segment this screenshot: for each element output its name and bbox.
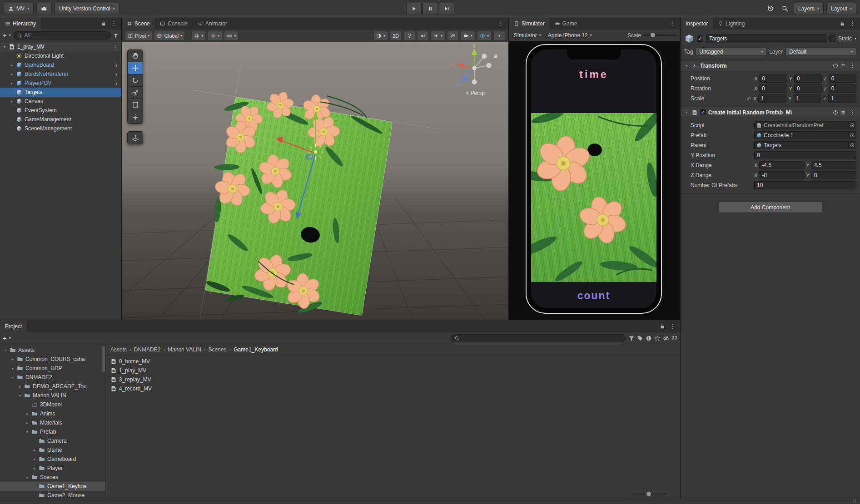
tree-scrollbar[interactable] xyxy=(102,346,105,372)
expander-icon[interactable]: ▾ xyxy=(3,348,8,352)
expander-icon[interactable]: ▸ xyxy=(25,412,30,416)
folder-row[interactable]: ▾ Assets xyxy=(0,346,105,355)
simulator-mode-dropdown[interactable]: Simulator▾ xyxy=(512,32,543,39)
hierarchy-row[interactable]: GameManagement xyxy=(0,115,121,124)
grid-visibility-button[interactable]: ▾ xyxy=(191,31,206,40)
folder-row[interactable]: Game2_Mouse xyxy=(0,491,105,498)
script-object-field[interactable]: CreateInitialRandomPref xyxy=(754,121,856,129)
scene-visibility-toggle[interactable] xyxy=(447,31,459,40)
folder-row[interactable]: ▾ DNMADE2 xyxy=(0,373,105,382)
scene-viewport[interactable]: y x z < Persp xyxy=(122,42,508,320)
z-range-min-field[interactable]: -8 xyxy=(759,171,804,179)
play-button[interactable] xyxy=(406,3,422,14)
active-checkbox[interactable]: ✓ xyxy=(697,35,703,42)
folder-row[interactable]: ▾ Prefab xyxy=(0,427,105,436)
expander-icon[interactable]: ▾ xyxy=(2,45,7,49)
tab-scene[interactable]: Scene xyxy=(122,17,155,30)
hierarchy-row[interactable]: ▸ GameBoard › xyxy=(0,60,121,69)
tab-inspector[interactable]: Inspector xyxy=(681,17,713,30)
expander-icon[interactable]: ▸ xyxy=(9,63,15,67)
scene-audio-toggle[interactable] xyxy=(417,31,429,40)
tab-hierarchy[interactable]: Hierarchy xyxy=(0,17,41,30)
hierarchy-row[interactable]: Directional Light xyxy=(0,51,121,60)
favorites-icon[interactable] xyxy=(654,335,661,341)
scene-lighting-toggle[interactable] xyxy=(403,31,415,40)
position-x-field[interactable]: 0 xyxy=(759,74,787,83)
undo-history-button[interactable] xyxy=(765,3,776,14)
tab-lighting[interactable]: Lighting xyxy=(713,17,750,30)
snap-increment-button[interactable]: ▾ xyxy=(224,31,239,40)
foldout-icon[interactable]: ▾ xyxy=(684,110,689,114)
hierarchy-row[interactable]: ▸ Canvas xyxy=(0,97,121,106)
folder-row[interactable]: ▾ Manon VALIN xyxy=(0,391,105,400)
asset-row[interactable]: 3_replay_MV xyxy=(110,375,680,384)
asset-row[interactable]: 4_record_MV xyxy=(110,384,680,393)
projection-label[interactable]: < Persp xyxy=(466,90,485,96)
expander-icon[interactable]: ▸ xyxy=(9,72,15,76)
step-button[interactable] xyxy=(439,3,454,14)
account-button[interactable]: MV ▾ xyxy=(4,3,34,14)
object-picker-icon[interactable] xyxy=(848,132,856,139)
2d-toggle-button[interactable]: 2D xyxy=(390,31,402,40)
layers-dropdown[interactable]: Layers ▾ xyxy=(794,3,824,14)
expander-icon[interactable]: ▸ xyxy=(9,99,15,104)
static-dropdown-icon[interactable]: ▾ xyxy=(855,37,856,40)
hidden-count-icon[interactable] xyxy=(663,335,669,341)
breadcrumb-item[interactable]: Manon VALIN xyxy=(168,346,201,353)
prefab-object-field[interactable]: Coccinelle 1 xyxy=(754,131,856,139)
breadcrumb-item[interactable]: DNMADE2 xyxy=(134,346,161,353)
asset-row[interactable]: 1_play_MV xyxy=(110,366,680,375)
expander-icon[interactable]: ▸ xyxy=(32,457,37,461)
global-search-button[interactable] xyxy=(779,3,791,14)
hierarchy-search-input[interactable] xyxy=(33,32,107,39)
z-range-max-field[interactable]: 8 xyxy=(811,171,856,179)
chevron-down-icon[interactable]: ▾ xyxy=(9,336,11,340)
rotate-tool-button[interactable] xyxy=(128,74,143,87)
kebab-menu-icon[interactable]: ⋮ xyxy=(848,20,857,26)
rect-tool-button[interactable] xyxy=(128,99,143,111)
script-component-header[interactable]: ▾ ✓ Create Initial Random Prefab_M\ ⋮ xyxy=(681,107,860,118)
expander-icon[interactable]: ▸ xyxy=(17,385,23,389)
kebab-menu-icon[interactable]: ⋮ xyxy=(497,20,505,26)
project-search-input[interactable] xyxy=(462,335,622,341)
hierarchy-row[interactable]: ▸ PlayerPOV › xyxy=(0,79,121,88)
folder-row[interactable]: ▾ Scenes xyxy=(0,473,105,482)
x-range-max-field[interactable]: 4.5 xyxy=(811,161,856,169)
prefab-open-chevron-icon[interactable]: › xyxy=(115,80,117,86)
add-object-button[interactable]: + xyxy=(3,32,7,39)
position-y-field[interactable]: 0 xyxy=(794,74,822,83)
expander-icon[interactable]: ▾ xyxy=(25,475,30,479)
custom-tool-button[interactable] xyxy=(128,132,143,144)
folder-row[interactable]: ▸ Player xyxy=(0,464,105,473)
presets-icon[interactable] xyxy=(840,63,846,69)
scale-x-field[interactable]: 1 xyxy=(758,94,786,103)
scale-slider[interactable] xyxy=(643,35,677,36)
expander-icon[interactable]: ▸ xyxy=(10,357,15,361)
version-control-button[interactable]: Unity Version Control ▾ xyxy=(55,3,119,14)
thumbnail-zoom-slider[interactable] xyxy=(631,494,667,495)
axis-z-label[interactable]: z xyxy=(457,83,459,88)
pivot-toggle-button[interactable]: Pivot ▾ xyxy=(125,31,152,40)
foldout-icon[interactable]: ▾ xyxy=(684,64,689,68)
folder-row[interactable]: ▸ Gameboard xyxy=(0,455,105,464)
component-enabled-checkbox[interactable]: ✓ xyxy=(700,109,706,115)
kebab-menu-icon[interactable]: ⋮ xyxy=(109,20,118,26)
folder-row-selected[interactable]: Game1_Keyboa xyxy=(0,482,105,491)
expander-icon[interactable]: ▸ xyxy=(9,81,15,85)
expander-icon[interactable]: ▾ xyxy=(25,430,30,434)
hierarchy-search[interactable]: All xyxy=(13,31,111,40)
expander-icon[interactable]: ▸ xyxy=(25,421,30,425)
label-filter-icon[interactable] xyxy=(637,335,643,341)
handle-orientation-button[interactable]: Global ▾ xyxy=(154,31,185,40)
folder-row[interactable]: Camera xyxy=(0,436,105,445)
kebab-menu-icon[interactable]: ⋮ xyxy=(848,109,857,115)
help-icon[interactable] xyxy=(833,110,838,115)
breadcrumb-item[interactable]: Assets xyxy=(110,346,127,353)
kebab-menu-icon[interactable]: ⋮ xyxy=(848,63,857,69)
folder-row[interactable]: ▸ Game xyxy=(0,445,105,455)
kebab-menu-icon[interactable]: ⋮ xyxy=(111,44,119,50)
axis-y-label[interactable]: y xyxy=(473,43,476,48)
tab-console[interactable]: Console xyxy=(155,17,193,30)
name-field[interactable]: Targets xyxy=(706,34,826,43)
effects-toggle-button[interactable]: ▾ xyxy=(431,31,445,40)
